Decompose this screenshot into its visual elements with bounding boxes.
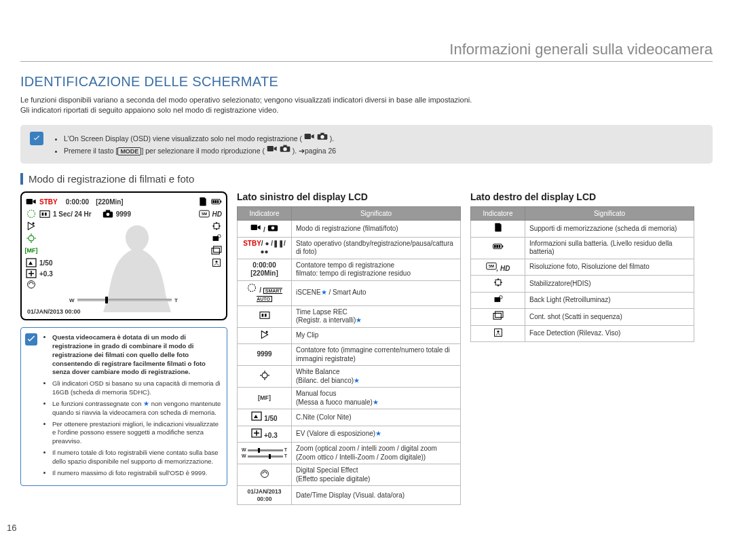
- backlight-icon: [493, 295, 504, 304]
- timelapse-icon: [39, 209, 50, 219]
- intro-line2: Gli indicatori riportati di seguito appa…: [20, 106, 278, 114]
- svg-rect-17: [45, 212, 47, 215]
- main-title: IDENTIFICAZIONE DELLE SCHERMATE: [20, 74, 713, 90]
- svg-rect-20: [106, 210, 110, 212]
- interval-label: 1 Sec/ 24 Hr: [53, 210, 92, 218]
- mf-icon: [MF]: [258, 394, 271, 401]
- arrow-icon: ➔: [299, 147, 305, 155]
- svg-point-72: [497, 331, 499, 333]
- page-number: 16: [7, 523, 16, 533]
- svg-point-48: [265, 331, 267, 333]
- svg-rect-37: [212, 248, 219, 255]
- svg-rect-13: [217, 200, 219, 203]
- face-icon: [493, 328, 504, 337]
- table-row: [MF]Manual focus(Messa a fuoco manuale)★: [238, 388, 461, 409]
- left-indicator-table: Indicatore Significato / Modo di registr…: [237, 206, 461, 505]
- svg-rect-3: [320, 132, 324, 134]
- svg-point-49: [262, 373, 267, 378]
- table-row: 9999Contatore foto (immagine corrente/nu…: [238, 344, 461, 366]
- subnote-1: Questa videocamera è dotata di un modo d…: [52, 333, 221, 377]
- table-row: Supporti di memorizzazione (scheda di me…: [471, 221, 694, 238]
- svg-rect-12: [214, 200, 217, 203]
- dse-icon: [26, 280, 37, 289]
- svg-rect-63: [498, 245, 500, 248]
- rec-time: 0:00:00: [66, 198, 89, 206]
- table-row: Time Lapse REC(Registr. a intervalli)★: [238, 305, 461, 327]
- sub-note-box: Questa videocamera è dotata di un modo d…: [20, 327, 227, 486]
- face-icon: [211, 258, 222, 267]
- table-row: 5M, HDRisoluzione foto, Risoluzione del …: [471, 259, 694, 276]
- intro-line1: Le funzioni disponibili variano a second…: [20, 96, 472, 104]
- table-header: Significato: [292, 207, 461, 221]
- svg-rect-60: [502, 246, 503, 248]
- wb-icon: [259, 371, 270, 380]
- camera-icon: [280, 144, 290, 153]
- section-title: Modo di registrazione di filmati e foto: [20, 173, 713, 185]
- cont-shot-icon: [211, 246, 222, 255]
- shutter-label: 1/50: [39, 259, 52, 267]
- hd-label: HD: [212, 210, 222, 218]
- svg-point-44: [248, 284, 256, 291]
- svg-text:5M: 5M: [489, 264, 494, 268]
- mode-badge: MODE: [117, 147, 141, 155]
- table-row: / Modo di registrazione (filmati/foto): [238, 221, 461, 238]
- lcd-preview: STBY 0:00:00 [220Min] 1 Sec/ 24 Hr 9999: [20, 191, 227, 320]
- svg-point-2: [320, 135, 324, 138]
- svg-point-68: [499, 295, 502, 299]
- stby-label: STBY: [39, 198, 58, 206]
- table-row: Informazioni sulla batteria. (Livello re…: [471, 237, 694, 259]
- date-label: 01/JAN/2013 00:00: [27, 308, 81, 315]
- note-bullet-2: Premere il tasto [MODE] per selezionare …: [64, 144, 703, 157]
- table-row: My Clip: [238, 327, 461, 344]
- iscene-icon: [26, 209, 37, 219]
- camera-icon: [267, 223, 278, 232]
- svg-rect-4: [267, 146, 273, 151]
- subnote-6: Il numero massimo di foto registrabili s…: [52, 469, 221, 478]
- subnote-5: Il numero totale di foto registrabili vi…: [52, 449, 221, 466]
- intro-text: Le funzioni disponibili variano a second…: [20, 95, 713, 115]
- iscene-icon: [246, 283, 257, 293]
- note-box: L'On Screen Display (OSD) viene visualiz…: [20, 125, 713, 164]
- svg-point-36: [218, 235, 221, 238]
- table-row: Stabilizzatore(HDIS): [471, 276, 694, 293]
- check-icon: [30, 132, 43, 145]
- svg-rect-11: [212, 200, 214, 203]
- right-table-title: Lato destro del display LCD: [470, 191, 694, 202]
- table-row: WTWTZoom (optical zoom / intelli zoom / …: [238, 443, 461, 464]
- video-icon: [250, 223, 261, 232]
- mf-icon: [MF]: [26, 246, 37, 255]
- table-row: Digital Special Effect (Effetto speciale…: [238, 464, 461, 486]
- ev-label: +0.3: [39, 270, 53, 278]
- wb-icon: [26, 234, 37, 243]
- check-icon: [25, 333, 37, 346]
- svg-point-40: [215, 261, 217, 263]
- timelapse-icon: [259, 310, 270, 320]
- table-row: STBY/ ● /❚❚/●●Stato operativo (standby/r…: [238, 237, 461, 259]
- cnite-icon: [251, 411, 262, 421]
- table-row: / SMARTAUTOiSCENE★ / Smart Auto: [238, 280, 461, 305]
- subnote-2: Gli indicatori OSD si basano su una capa…: [52, 379, 221, 397]
- table-row: Cont. shot (Scatti in sequenza): [471, 309, 694, 326]
- sd-card-icon: [198, 197, 208, 206]
- left-table-title: Lato sinistro del display LCD: [237, 191, 461, 202]
- smart-auto-icon: SMARTAUTO: [257, 288, 282, 303]
- svg-text:5M: 5M: [202, 212, 207, 217]
- photo-res-icon: 5M: [199, 209, 210, 219]
- svg-point-6: [283, 147, 286, 151]
- svg-rect-38: [214, 246, 221, 253]
- svg-point-19: [106, 213, 109, 217]
- svg-point-24: [29, 236, 34, 241]
- svg-point-23: [33, 223, 35, 225]
- ev-icon: [251, 428, 262, 438]
- svg-rect-62: [496, 245, 498, 248]
- myclip-icon: [26, 221, 37, 231]
- svg-rect-70: [495, 312, 502, 318]
- hdis-icon: [211, 221, 222, 231]
- table-row: Back Light (Retroilluminaz): [471, 292, 694, 309]
- hdis-icon: [493, 278, 504, 287]
- svg-rect-69: [493, 314, 501, 320]
- svg-rect-66: [495, 280, 501, 285]
- backlight-icon: [211, 234, 222, 243]
- table-row: White Balance(Bilanc. del bianco)★: [238, 366, 461, 388]
- table-header: Indicatore: [471, 207, 525, 221]
